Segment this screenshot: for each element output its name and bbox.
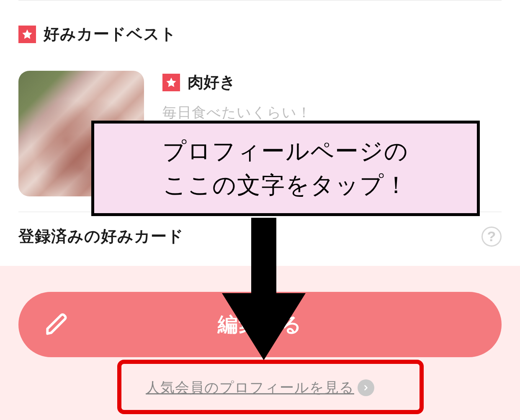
edit-button[interactable]: 編集する (18, 292, 502, 357)
chevron-right-icon (358, 379, 374, 396)
section-title-best: 好みカードベスト (44, 23, 177, 45)
annotation-line-1: プロフィールページの (162, 134, 409, 168)
divider-top (18, 0, 502, 1)
pencil-icon (44, 312, 69, 337)
popular-profiles-link[interactable]: 人気会員のプロフィールを見る (146, 378, 374, 397)
annotation-line-2: ここの文字をタップ！ (163, 168, 409, 202)
star-icon (162, 74, 180, 91)
popular-profiles-label: 人気会員のプロフィールを見る (146, 378, 354, 397)
edit-button-label: 編集する (218, 311, 302, 338)
help-icon[interactable]: ? (481, 227, 502, 247)
section-title-registered: 登録済みの好みカード (18, 226, 184, 247)
annotation-callout: プロフィールページの ここの文字をタップ！ (91, 121, 480, 216)
star-icon (18, 26, 36, 43)
preference-card-desc: 毎日食べたいくらい！ (162, 103, 502, 122)
preference-card-info: 肉好き 毎日食べたいくらい！ (162, 71, 502, 122)
section-header-best: 好みカードベスト (0, 13, 520, 53)
bottom-action-area: 編集する 人気会員のプロフィールを見る (0, 266, 520, 420)
section-header-registered: 登録済みの好みカード ? (0, 212, 520, 255)
preference-card-tag: 肉好き (188, 72, 236, 93)
